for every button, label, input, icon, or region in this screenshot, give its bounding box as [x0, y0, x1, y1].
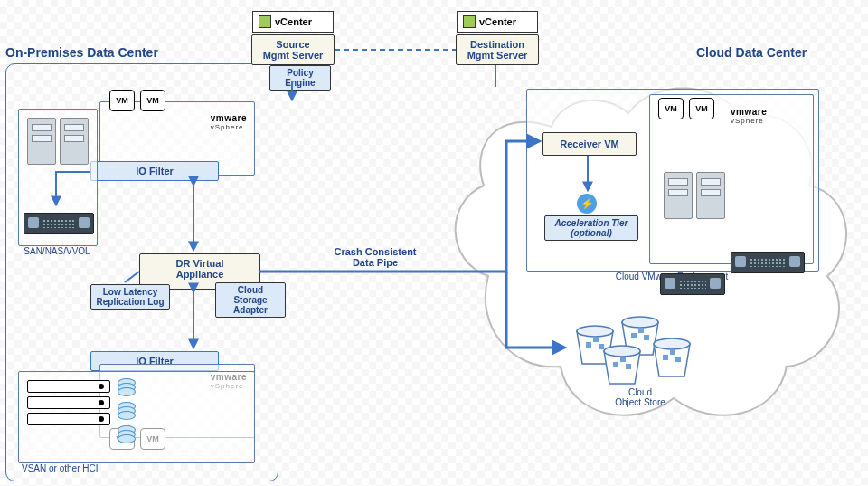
- svg-point-12: [654, 338, 690, 349]
- object-store-buckets: [568, 315, 712, 396]
- vm-chip: VM: [109, 90, 135, 111]
- svg-rect-9: [613, 362, 618, 367]
- svg-rect-14: [670, 349, 675, 355]
- low-latency-log: Low Latency Replication Log: [90, 284, 170, 310]
- cloud-server-2: [660, 273, 725, 295]
- cloud-storage-adapter: Cloud Storage Adapter: [215, 282, 286, 318]
- vsphere-text: vSphere: [731, 117, 767, 125]
- svg-point-8: [604, 346, 640, 357]
- dest-mgmt-server: Destination Mgmt Server: [456, 34, 539, 65]
- io-filter-upper: IO Filter: [90, 161, 219, 181]
- policy-engine: Policy Engine: [269, 65, 331, 91]
- vmware-logo: vmware: [731, 107, 767, 117]
- vcenter-icon: [259, 15, 271, 28]
- svg-rect-6: [638, 328, 644, 333]
- data-pipe-label: Crash Consistent Data Pipe: [316, 246, 434, 268]
- san-server: [24, 213, 94, 234]
- acceleration-tier: Acceleration Tier (optional): [544, 215, 638, 241]
- vsan-label: VSAN or other HCI: [22, 463, 98, 473]
- svg-rect-1: [586, 342, 591, 348]
- receiver-vm: Receiver VM: [542, 132, 637, 156]
- vcenter-source: vCenter: [252, 11, 334, 33]
- disk-stacks: [118, 378, 136, 445]
- svg-rect-7: [644, 335, 649, 340]
- vcenter-dest: vCenter: [457, 11, 538, 33]
- cloud-server-1: [731, 252, 805, 273]
- cloud-storage-towers: [664, 172, 725, 219]
- svg-rect-10: [620, 357, 626, 362]
- vcenter-dest-label: vCenter: [479, 16, 516, 27]
- svg-rect-5: [631, 333, 637, 338]
- onprem-title: On-Premises Data Center: [5, 45, 158, 60]
- storage-towers: [27, 118, 89, 165]
- svg-rect-2: [593, 337, 599, 342]
- vm-chip: VM: [658, 98, 684, 119]
- object-store-label: Cloud Object Store: [595, 387, 685, 407]
- svg-point-0: [577, 326, 613, 337]
- vmware-logo: vmware: [211, 113, 247, 123]
- svg-point-4: [622, 317, 658, 328]
- bolt-icon: ⚡: [577, 194, 597, 214]
- vcenter-icon: [463, 15, 476, 28]
- vcenter-source-label: vCenter: [275, 16, 312, 27]
- vm-chip: VM: [689, 98, 714, 119]
- svg-rect-13: [663, 355, 668, 360]
- svg-rect-11: [626, 364, 631, 369]
- hci-rows: [27, 380, 110, 429]
- cloud-title: Cloud Data Center: [696, 45, 807, 60]
- vm-chip: VM: [140, 90, 165, 111]
- svg-rect-3: [599, 344, 604, 349]
- vsphere-text: vSphere: [211, 123, 247, 131]
- san-label: SAN/NAS/VVOL: [18, 246, 96, 256]
- svg-rect-15: [675, 357, 681, 362]
- source-mgmt-server: Source Mgmt Server: [251, 34, 335, 65]
